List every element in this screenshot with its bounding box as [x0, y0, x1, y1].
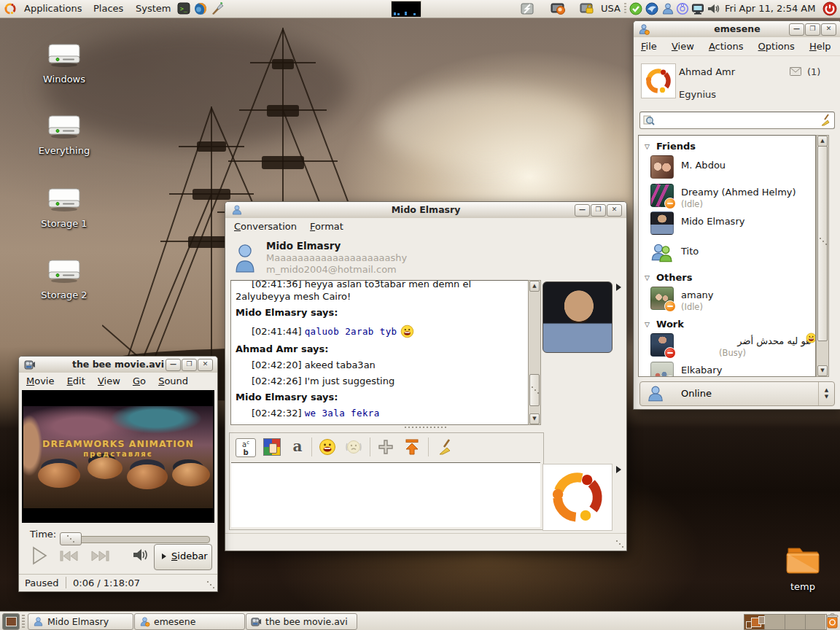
contact-avatar[interactable]: [650, 184, 674, 207]
contact-name[interactable]: amany: [681, 289, 714, 300]
contact-name[interactable]: Mido Elmasry: [681, 216, 744, 227]
contact-name[interactable]: هو ليه محدش أضر: [737, 335, 811, 346]
firefox-launcher-icon[interactable]: [194, 2, 207, 15]
play-button[interactable]: [31, 546, 48, 565]
scroll-down-arrow[interactable]: ▼: [817, 365, 828, 376]
contact-avatar[interactable]: [650, 211, 674, 235]
menu-view[interactable]: View: [672, 37, 694, 55]
close-button[interactable]: ✕: [607, 204, 622, 217]
group-collapse-arrow[interactable]: ▽: [645, 274, 650, 281]
terminal-launcher-icon[interactable]: >_: [177, 2, 190, 15]
close-button[interactable]: ✕: [198, 359, 213, 371]
tray-mail-icon[interactable]: [645, 2, 658, 15]
menu-actions[interactable]: Actions: [709, 37, 744, 55]
tray-network-icon[interactable]: [676, 2, 689, 15]
workspace-2[interactable]: [765, 615, 785, 629]
system-monitor-applet[interactable]: [391, 1, 421, 18]
mail-count[interactable]: (1): [807, 66, 820, 77]
tray-display-icon[interactable]: [691, 2, 704, 15]
group-friends[interactable]: Friends: [656, 141, 696, 152]
mail-envelope-icon[interactable]: [790, 67, 801, 76]
own-display-picture[interactable]: [542, 464, 612, 531]
maximize-button[interactable]: ❐: [591, 204, 606, 217]
volume-button[interactable]: [133, 548, 149, 562]
group-collapse-arrow[interactable]: ▽: [645, 321, 650, 328]
contact-name[interactable]: Tito: [681, 246, 699, 257]
contact-search-input[interactable]: [639, 112, 835, 129]
clock-applet[interactable]: Fri Apr 11, 2:54 AM: [723, 0, 817, 18]
send-file-icon[interactable]: [403, 438, 421, 456]
contact-avatar[interactable]: [650, 333, 674, 357]
minimize-button[interactable]: —: [575, 204, 590, 217]
minimize-button[interactable]: —: [789, 23, 804, 36]
minimize-button[interactable]: —: [166, 359, 181, 371]
avatar-expander-arrow[interactable]: [616, 466, 621, 473]
desktop-icon-storage1[interactable]: Storage 1: [31, 185, 98, 229]
tray-window-icon[interactable]: [521, 2, 534, 15]
clear-search-broom-icon[interactable]: [820, 114, 831, 126]
avatar-expander-arrow[interactable]: [616, 284, 621, 291]
emesene-titlebar[interactable]: emesene — ❐ ✕: [634, 21, 840, 38]
contact-display-picture[interactable]: [542, 281, 612, 353]
group-work[interactable]: Work: [656, 319, 684, 330]
scrollbar-thumb[interactable]: [529, 374, 540, 406]
maximize-button[interactable]: ❐: [805, 23, 820, 36]
workspace-3[interactable]: [785, 615, 806, 629]
own-avatar[interactable]: [641, 63, 676, 98]
default-buddies-avatar-icon[interactable]: [650, 241, 673, 264]
clean-conversation-broom-icon[interactable]: [437, 438, 454, 456]
desktop-icon-everything[interactable]: Everything: [31, 112, 98, 156]
seek-slider-track[interactable]: [60, 536, 210, 543]
chat-titlebar[interactable]: Mido Elmasry — ❐ ✕: [225, 202, 626, 219]
menu-edit[interactable]: Edit: [67, 373, 85, 390]
group-collapse-arrow[interactable]: ▽: [645, 143, 650, 150]
close-button[interactable]: ✕: [821, 23, 836, 36]
nudge-icon[interactable]: [345, 438, 362, 456]
scroll-up-arrow[interactable]: ▲: [529, 281, 540, 292]
seek-slider-handle[interactable]: [60, 532, 82, 545]
menu-view[interactable]: View: [98, 373, 120, 390]
own-nickname[interactable]: Ahmad Amr: [679, 66, 735, 77]
next-button[interactable]: [90, 551, 109, 561]
message-input-area[interactable]: [231, 462, 540, 527]
scrollbar-thumb[interactable]: [817, 146, 828, 341]
pane-resize-handle[interactable]: [404, 426, 448, 429]
menu-conversation[interactable]: Conversation: [234, 218, 297, 236]
trash-applet-icon[interactable]: [826, 613, 839, 629]
menu-system[interactable]: System: [134, 0, 172, 18]
tray-emesene-status-icon[interactable]: [629, 2, 642, 15]
personal-message[interactable]: Egynius: [679, 89, 716, 100]
workspace-switcher[interactable]: [744, 614, 827, 630]
desktop-icon-storage2[interactable]: Storage 2: [31, 257, 98, 300]
keyboard-layout-indicator[interactable]: USA: [599, 0, 622, 18]
group-others[interactable]: Others: [656, 272, 693, 283]
previous-button[interactable]: [60, 551, 79, 561]
menu-file[interactable]: File: [641, 37, 657, 55]
status-spinner-arrows[interactable]: ▲▼: [818, 382, 834, 405]
conversation-scrollbar[interactable]: ▲ ▼: [528, 280, 541, 425]
ubuntu-logo-icon[interactable]: [4, 2, 17, 15]
desktop-icon-temp[interactable]: temp: [771, 544, 834, 592]
maximize-button[interactable]: ❐: [182, 359, 197, 371]
contact-avatar[interactable]: [650, 287, 674, 310]
resize-grip[interactable]: [206, 580, 215, 589]
taskbar-button-chat[interactable]: Mido Elmasry: [28, 613, 133, 630]
contact-avatar[interactable]: [650, 362, 674, 377]
font-style-icon[interactable]: a: [289, 438, 306, 456]
contact-name[interactable]: Dreamy (Ahmed Helmy): [681, 187, 796, 198]
menu-help[interactable]: Help: [809, 37, 831, 55]
menu-movie[interactable]: Movie: [26, 373, 54, 390]
contact-list-scrollbar[interactable]: ▲ ▼: [816, 135, 829, 377]
menu-places[interactable]: Places: [92, 0, 125, 18]
status-selector[interactable]: Online ▲▼: [639, 381, 835, 406]
font-select-icon[interactable]: acb: [236, 438, 256, 457]
menu-sound[interactable]: Sound: [158, 373, 188, 390]
contact-name[interactable]: Elkabary: [681, 365, 722, 376]
menu-go[interactable]: Go: [133, 373, 146, 390]
scroll-up-arrow[interactable]: ▲: [817, 136, 828, 147]
tray-screen-lock-icon[interactable]: [580, 2, 594, 15]
art-tool-launcher-icon[interactable]: [211, 2, 224, 15]
conversation-view[interactable]: [02:41:36] heyya aslan to3tabar men demn…: [230, 280, 529, 425]
menu-options[interactable]: Options: [758, 37, 795, 55]
taskbar-button-player[interactable]: the bee movie.avi: [246, 613, 357, 630]
